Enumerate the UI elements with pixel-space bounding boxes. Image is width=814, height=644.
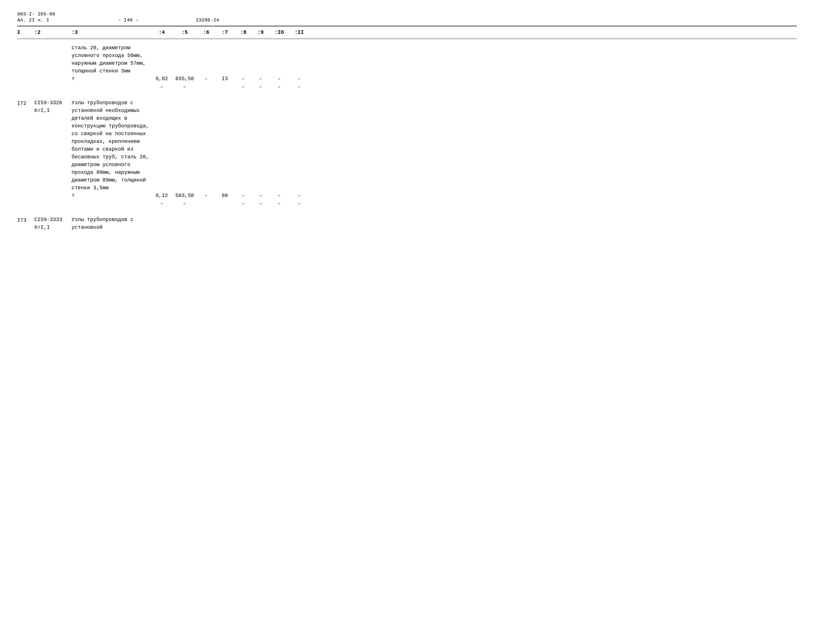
column-headers: I :2 :3 :4 :5 :6 :7 :8 :9 :IO :II — [17, 26, 797, 39]
entry-1-id: I72 — [17, 99, 34, 107]
entry-1: I72 CI59-3326 К=I,I Узлы трубопроводов с… — [17, 99, 797, 208]
header-block: 903-I- 265-88 Ал. 2I ч. I – I40 – 23296-… — [17, 11, 797, 23]
col-header-6: :6 — [198, 29, 215, 36]
col-header-10: :IO — [269, 29, 289, 36]
entry-0-v6: – — [198, 75, 215, 83]
entry-1-v8: – — [235, 192, 252, 199]
entry-0-sub8: – — [235, 83, 252, 91]
entry-0-id — [17, 44, 34, 44]
col-header-2: :2 — [34, 29, 72, 36]
entry-0-v10: – — [269, 75, 289, 83]
entry-1-v9: – — [252, 192, 269, 199]
entry-2: I73 CI59-3333 К=I,I Узлы трубопроводов с… — [17, 216, 797, 232]
col-header-8: :8 — [235, 29, 252, 36]
entry-0-sub5: – — [172, 83, 198, 91]
entry-1-v11: – — [289, 192, 309, 199]
entry-1-v6: – — [198, 192, 215, 199]
entry-1-v10: – — [269, 192, 289, 199]
entry-0: сталь 20, диаметром условного прохода 50… — [17, 44, 797, 91]
entry-2-desc: Узлы трубопроводов с установкой — [72, 216, 152, 232]
header-doc-number: 903-I- 265-88 — [17, 11, 55, 17]
entry-0-v8: – — [235, 75, 252, 83]
entry-0-unit: т — [72, 75, 152, 83]
entry-1-values-row: т 0,I2 503,50 – 60 – – – – — [17, 192, 797, 199]
entry-0-row: сталь 20, диаметром условного прохода 50… — [17, 44, 797, 75]
entry-1-sub11: – — [289, 199, 309, 208]
entry-1-v4: 0,I2 — [152, 192, 172, 199]
entry-0-v7: I3 — [215, 75, 235, 83]
col-header-9: :9 — [252, 29, 269, 36]
entry-1-desc: Узлы трубопроводов с установкой необходи… — [72, 99, 152, 192]
entry-2-row: I73 CI59-3333 К=I,I Узлы трубопроводов с… — [17, 216, 797, 232]
entry-1-code: CI59-3326 К=I,I — [34, 99, 72, 115]
entry-0-v4: 0,02 — [152, 75, 172, 83]
entry-0-desc: сталь 20, диаметром условного прохода 50… — [72, 44, 152, 75]
col-header-7: :7 — [215, 29, 235, 36]
entry-2-id: I73 — [17, 216, 34, 224]
header-ref-number: 23296-24 — [196, 17, 219, 23]
col-header-1: I — [17, 29, 34, 36]
entry-1-sub8: – — [235, 199, 252, 208]
header-page-number: – I40 – — [118, 17, 138, 23]
col-header-3: :3 — [72, 29, 152, 36]
col-header-5: :5 — [172, 29, 198, 36]
entry-1-sub9: – — [252, 199, 269, 208]
entry-1-unit: т — [72, 192, 152, 199]
entry-0-subdash-row: – – – – – – — [17, 83, 797, 91]
entry-1-v5: 503,50 — [172, 192, 198, 199]
header-sheet-info: Ал. 2I ч. I — [17, 17, 49, 23]
entry-0-sub11: – — [289, 83, 309, 91]
entry-0-v9: – — [252, 75, 269, 83]
entry-1-sub5: – — [172, 199, 198, 208]
entry-1-subdash-row: – – – – – – — [17, 199, 797, 208]
header-row1: 903-I- 265-88 — [17, 11, 797, 17]
col-header-11: :II — [289, 29, 309, 36]
entry-2-code: CI59-3333 К=I,I — [34, 216, 72, 232]
entry-0-v11: – — [289, 75, 309, 83]
entry-0-sub9: – — [252, 83, 269, 91]
entry-1-row: I72 CI59-3326 К=I,I Узлы трубопроводов с… — [17, 99, 797, 192]
header-row2: Ал. 2I ч. I – I40 – 23296-24 — [17, 17, 797, 23]
entry-0-sub4: – — [152, 83, 172, 91]
entry-0-v5: 655,50 — [172, 75, 198, 83]
entry-1-v7: 60 — [215, 192, 235, 199]
entry-0-values-row: т 0,02 655,50 – I3 – – – – — [17, 75, 797, 83]
col-header-4: :4 — [152, 29, 172, 36]
entry-1-sub4: – — [152, 199, 172, 208]
entry-1-sub10: – — [269, 199, 289, 208]
entry-0-sub10: – — [269, 83, 289, 91]
